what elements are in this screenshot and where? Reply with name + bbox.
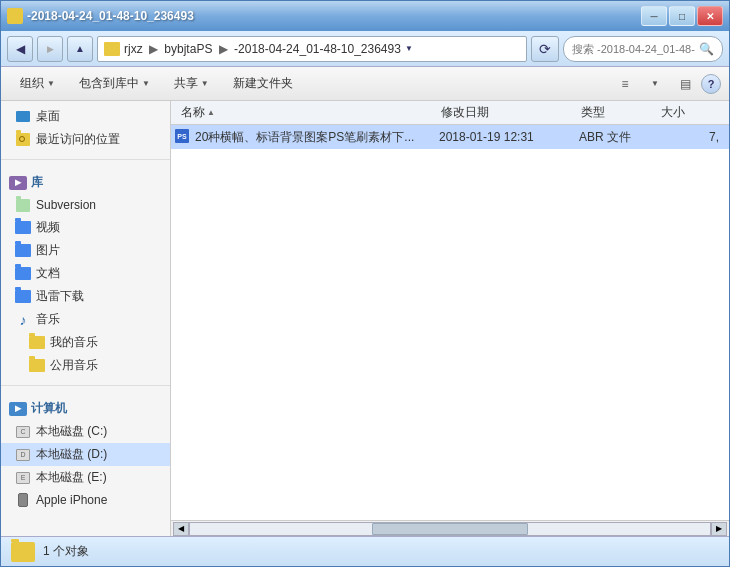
main-area: 桌面 最近访问的位置 ▶ [1,101,729,536]
file-type-cell: ABR 文件 [579,129,659,146]
nav-label-drive-e: 本地磁盘 (E:) [36,469,107,486]
col-name-label: 名称 [181,104,205,121]
libraries-icon: ▶ [9,176,27,190]
table-row[interactable]: PS 20种横幅、标语背景图案PS笔刷素材下... 2018-01-19 12:… [171,125,729,149]
view-list-button[interactable]: ≡ [611,71,639,97]
minimize-button[interactable]: ─ [641,6,667,26]
scroll-thumb[interactable] [372,523,528,535]
scroll-right-button[interactable]: ▶ [711,522,727,536]
file-icon-abr: PS [175,129,191,145]
window-controls: ─ □ ✕ [641,6,723,26]
nav-item-public-music[interactable]: 公用音乐 [1,354,170,377]
up-button[interactable]: ▲ [67,36,93,62]
public-music-folder-icon [29,358,45,374]
nav-label-docs: 文档 [36,265,60,282]
organize-arrow: ▼ [47,79,55,88]
window-title: -2018-04-24_01-48-10_236493 [27,9,194,23]
video-folder-icon [15,220,31,236]
search-icon[interactable]: 🔍 [699,42,714,56]
forward-button[interactable]: ▶ [37,36,63,62]
drive-d-icon: D [15,447,31,463]
nav-item-music[interactable]: ♪ 音乐 [1,308,170,331]
explorer-window: -2018-04-24_01-48-10_236493 ─ □ ✕ ◀ ▶ ▲ … [0,0,730,567]
folder-icon [104,42,120,56]
nav-label-drive-d: 本地磁盘 (D:) [36,446,107,463]
help-button[interactable]: ? [701,74,721,94]
favorites-section: 桌面 最近访问的位置 [1,101,170,155]
breadcrumb-part1[interactable]: rjxz [124,42,143,56]
share-label: 共享 [174,75,198,92]
nav-item-video[interactable]: 视频 [1,216,170,239]
nav-item-drive-d[interactable]: D 本地磁盘 (D:) [1,443,170,466]
drive-e-icon: E [15,470,31,486]
recent-icon [15,132,31,148]
nav-item-drive-c[interactable]: C 本地磁盘 (C:) [1,420,170,443]
breadcrumb-part2[interactable]: bybjtaPS [164,42,212,56]
iphone-icon [15,492,31,508]
search-input[interactable] [572,43,695,55]
nav-label-recent: 最近访问的位置 [36,131,120,148]
view-dropdown-button[interactable]: ▼ [641,71,669,97]
computer-section-icon: ▶ [9,402,27,416]
libraries-header-label: 库 [31,174,43,191]
my-music-folder-icon [29,335,45,351]
nav-item-iphone[interactable]: Apple iPhone [1,489,170,511]
nav-item-xunlei[interactable]: 迅雷下载 [1,285,170,308]
nav-item-drive-e[interactable]: E 本地磁盘 (E:) [1,466,170,489]
nav-divider-1 [1,159,170,160]
col-header-size[interactable]: 大小 [655,104,715,121]
file-size-cell: 7, [659,130,719,144]
docs-folder-icon [15,266,31,282]
breadcrumb[interactable]: rjxz ▶ bybjtaPS ▶ -2018-04-24_01-48-10_2… [97,36,527,62]
breadcrumb-part3[interactable]: -2018-04-24_01-48-10_236493 [234,42,401,56]
nav-item-docs[interactable]: 文档 [1,262,170,285]
nav-item-my-music[interactable]: 我的音乐 [1,331,170,354]
address-bar-area: ◀ ▶ ▲ rjxz ▶ bybjtaPS ▶ -2018-04-24_01-4… [1,31,729,67]
col-type-label: 类型 [581,104,605,121]
libraries-header[interactable]: ▶ 库 [1,168,170,194]
nav-item-recent[interactable]: 最近访问的位置 [1,128,170,151]
computer-header[interactable]: ▶ 计算机 [1,394,170,420]
back-button[interactable]: ◀ [7,36,33,62]
maximize-button[interactable]: □ [669,6,695,26]
nav-divider-2 [1,385,170,386]
share-arrow: ▼ [201,79,209,88]
breadcrumb-sep1: ▶ [149,42,161,56]
horizontal-scrollbar: ◀ ▶ [171,520,729,536]
nav-item-desktop[interactable]: 桌面 [1,105,170,128]
new-folder-button[interactable]: 新建文件夹 [222,71,304,97]
col-date-label: 修改日期 [441,104,489,121]
nav-label-music: 音乐 [36,311,60,328]
computer-header-label: 计算机 [31,400,67,417]
col-header-date[interactable]: 修改日期 [435,104,575,121]
col-header-name[interactable]: 名称 ▲ [175,104,435,121]
include-library-label: 包含到库中 [79,75,139,92]
refresh-button[interactable]: ⟳ [531,36,559,62]
nav-label-xunlei: 迅雷下载 [36,288,84,305]
details-pane-button[interactable]: ▤ [671,71,699,97]
include-library-button[interactable]: 包含到库中 ▼ [68,71,161,97]
share-button[interactable]: 共享 ▼ [163,71,220,97]
col-header-type[interactable]: 类型 [575,104,655,121]
status-folder-icon [11,542,35,562]
organize-label: 组织 [20,75,44,92]
window-icon [7,8,23,24]
nav-label-drive-c: 本地磁盘 (C:) [36,423,107,440]
scroll-track[interactable] [189,522,711,536]
xunlei-folder-icon [15,289,31,305]
nav-label-public-music: 公用音乐 [50,357,98,374]
nav-item-subversion[interactable]: Subversion [1,194,170,216]
search-box: 🔍 [563,36,723,62]
organize-button[interactable]: 组织 ▼ [9,71,66,97]
computer-section: ▶ 计算机 C 本地磁盘 (C:) D 本地磁盘 (D:) [1,390,170,515]
file-list: PS 20种横幅、标语背景图案PS笔刷素材下... 2018-01-19 12:… [171,125,729,520]
include-library-arrow: ▼ [142,79,150,88]
scroll-left-button[interactable]: ◀ [173,522,189,536]
nav-item-pictures[interactable]: 图片 [1,239,170,262]
nav-label-pictures: 图片 [36,242,60,259]
close-button[interactable]: ✕ [697,6,723,26]
breadcrumb-expand-button[interactable]: ▼ [403,36,415,62]
subversion-icon [15,197,31,213]
nav-label-subversion: Subversion [36,198,96,212]
breadcrumb-text: rjxz ▶ bybjtaPS ▶ -2018-04-24_01-48-10_2… [124,42,401,56]
